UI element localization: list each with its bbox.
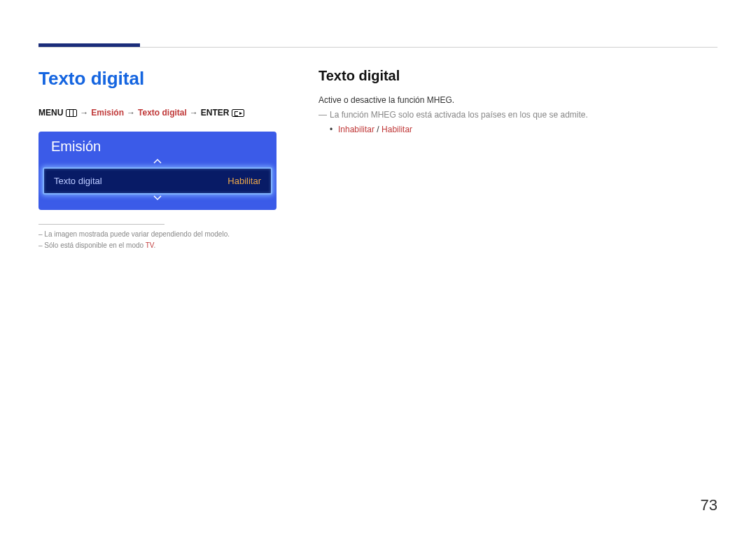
body-description: Active o desactive la función MHEG.	[318, 94, 718, 107]
osd-panel: Emisión Texto digital Habilitar	[38, 132, 276, 210]
option-separator: /	[374, 125, 382, 134]
header-rule	[38, 47, 718, 48]
footnote-1: – La imagen mostrada puede variar depend…	[38, 229, 276, 240]
right-column: Texto digital Active o desactive la func…	[318, 68, 718, 251]
note-line: La función MHEG solo está activada los p…	[318, 108, 718, 122]
osd-item-value: Habilitar	[227, 176, 261, 186]
breadcrumb-menu: MENU	[38, 108, 63, 118]
arrow-icon: →	[80, 108, 88, 118]
menu-icon	[66, 109, 77, 117]
breadcrumb: MENU → Emisión → Texto digital → ENTER	[38, 108, 276, 118]
footnote-text: La imagen mostrada puede variar dependie…	[44, 230, 230, 238]
osd-item-label: Texto digital	[54, 176, 102, 186]
breadcrumb-emision: Emisión	[91, 108, 124, 118]
section-title: Texto digital	[38, 68, 276, 90]
osd-item-texto-digital[interactable]: Texto digital Habilitar	[43, 167, 272, 195]
arrow-icon: →	[127, 108, 135, 118]
chevron-up-icon	[153, 158, 162, 164]
breadcrumb-texto-digital: Texto digital	[138, 108, 187, 118]
option-inhabilitar: Inhabilitar	[338, 125, 374, 134]
footnote-rule	[38, 224, 164, 225]
footnote-text: .	[154, 241, 156, 249]
footnote-2: – Sólo está disponible en el modo TV.	[38, 240, 276, 251]
enter-icon	[232, 109, 244, 117]
osd-title: Emisión	[38, 132, 276, 157]
page-number: 73	[701, 496, 718, 514]
footnote-text: Sólo está disponible en el modo	[44, 241, 145, 249]
osd-up-arrow[interactable]	[38, 157, 276, 167]
option-habilitar: Habilitar	[382, 125, 412, 134]
left-column: Texto digital MENU → Emisión → Texto dig…	[38, 68, 276, 251]
footnote-tv: TV	[146, 241, 154, 249]
options-line: Inhabilitar / Habilitar	[318, 123, 718, 136]
arrow-icon: →	[190, 108, 198, 118]
breadcrumb-enter: ENTER	[201, 108, 230, 118]
right-title: Texto digital	[318, 68, 718, 84]
right-body: Active o desactive la función MHEG. La f…	[318, 94, 718, 137]
page-content: Texto digital MENU → Emisión → Texto dig…	[38, 68, 718, 251]
osd-down-arrow[interactable]	[38, 195, 276, 204]
chevron-down-icon	[153, 195, 162, 201]
